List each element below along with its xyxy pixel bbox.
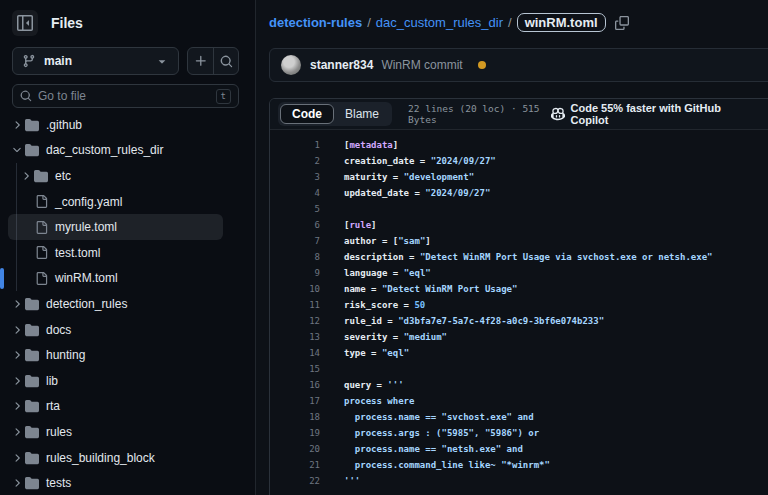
tree-item-_config.yaml[interactable]: _config.yaml — [8, 189, 223, 215]
tree-item-winRM.toml[interactable]: winRM.toml — [8, 266, 223, 292]
tree-item-label: dac_custom_rules_dir — [46, 143, 163, 157]
line-number[interactable]: 5 — [270, 201, 320, 217]
copy-path-button[interactable] — [615, 16, 629, 30]
line-content: author = ["sam"] — [320, 233, 431, 249]
branch-selector[interactable]: main — [12, 47, 179, 75]
line-number[interactable]: 2 — [270, 153, 320, 169]
code-line: 9language = "eql" — [270, 265, 768, 281]
file-content-panel: Code Blame 22 lines (20 loc) · 515 Bytes… — [269, 98, 768, 495]
line-number[interactable]: 11 — [270, 297, 320, 313]
file-icon — [33, 221, 49, 234]
tree-item-dac_custom_rules_dir[interactable]: dac_custom_rules_dir — [8, 138, 223, 164]
line-number[interactable]: 18 — [270, 409, 320, 425]
file-tree: .githubdac_custom_rules_diretc_config.ya… — [0, 112, 255, 495]
line-content: ''' — [320, 473, 360, 489]
folder-icon — [24, 118, 40, 132]
commit-status-pending-dot[interactable] — [478, 61, 486, 69]
line-number[interactable]: 17 — [270, 393, 320, 409]
tree-item-docs[interactable]: docs — [8, 317, 223, 343]
commit-author-link[interactable]: stanner834 — [310, 58, 373, 72]
tab-code[interactable]: Code — [280, 104, 334, 124]
search-icon — [20, 90, 32, 102]
sidebar-panel-icon — [17, 15, 33, 31]
breadcrumb-repo-link[interactable]: detection-rules — [269, 15, 362, 30]
line-number[interactable]: 22 — [270, 473, 320, 489]
line-content: rule_id = "d3bfa7e7-5a7c-4f28-a0c9-3bf6e… — [320, 313, 604, 329]
line-content: language = "eql" — [320, 265, 431, 281]
tab-blame[interactable]: Blame — [334, 104, 390, 124]
folder-icon — [24, 143, 40, 157]
new-file-button[interactable] — [188, 48, 213, 74]
folder-icon — [33, 169, 49, 183]
tree-item-.github[interactable]: .github — [8, 112, 223, 138]
line-number[interactable]: 9 — [270, 265, 320, 281]
breadcrumb-file-name: winRM.toml — [517, 13, 606, 32]
line-content — [320, 361, 344, 377]
folder-icon — [24, 476, 40, 490]
line-number[interactable]: 1 — [270, 137, 320, 153]
plus-icon — [194, 54, 208, 68]
line-number[interactable]: 3 — [270, 169, 320, 185]
line-number[interactable]: 20 — [270, 441, 320, 457]
line-number[interactable]: 15 — [270, 361, 320, 377]
search-tree-button[interactable] — [213, 48, 238, 74]
tree-item-etc[interactable]: etc — [8, 163, 223, 189]
code-line: 11risk_score = 50 — [270, 297, 768, 313]
copilot-banner[interactable]: Code 55% faster with GitHub Copilot — [551, 102, 733, 126]
tree-item-detection_rules[interactable]: detection_rules — [8, 291, 223, 317]
chevron-right-icon — [10, 477, 24, 489]
line-content: description = "Detect WinRM Port Usage v… — [320, 249, 712, 265]
code-line: 10name = "Detect WinRM Port Usage" — [270, 281, 768, 297]
tree-item-tests[interactable]: tests — [8, 470, 223, 495]
code-line: 14type = "eql" — [270, 345, 768, 361]
line-number[interactable]: 13 — [270, 329, 320, 345]
line-content: creation_date = "2024/09/27" — [320, 153, 496, 169]
line-content: risk_score = 50 — [320, 297, 425, 313]
tree-item-rta[interactable]: rta — [8, 394, 223, 420]
tree-item-myrule.toml[interactable]: myrule.toml — [8, 214, 223, 240]
tree-item-test.toml[interactable]: test.toml — [8, 240, 223, 266]
code-line: 8description = "Detect WinRM Port Usage … — [270, 249, 768, 265]
tree-item-label: rta — [46, 399, 60, 413]
line-content: process.name == "svchost.exe" and — [320, 409, 534, 425]
breadcrumb-dir-link[interactable]: dac_custom_rules_dir — [376, 15, 503, 30]
tree-item-rules[interactable]: rules — [8, 419, 223, 445]
line-number[interactable]: 6 — [270, 217, 320, 233]
chevron-right-icon — [10, 119, 24, 131]
line-number[interactable]: 10 — [270, 281, 320, 297]
tree-item-label: lib — [46, 374, 58, 388]
avatar[interactable] — [281, 55, 301, 75]
shortcut-key-badge: t — [216, 89, 231, 104]
tree-item-label: winRM.toml — [55, 271, 118, 285]
file-icon — [33, 246, 49, 259]
code-line: 16query = ''' — [270, 377, 768, 393]
chevron-right-icon — [10, 452, 24, 464]
line-number[interactable]: 12 — [270, 313, 320, 329]
code-line: 3maturity = "development" — [270, 169, 768, 185]
tree-item-lib[interactable]: lib — [8, 368, 223, 394]
code-content: 1[metadata]2creation_date = "2024/09/27"… — [270, 130, 768, 489]
line-number[interactable]: 14 — [270, 345, 320, 361]
collapse-sidebar-button[interactable] — [12, 10, 38, 36]
line-content: type = "eql" — [320, 345, 409, 361]
chevron-down-icon — [155, 54, 169, 68]
commit-message-link[interactable]: WinRM commit — [381, 58, 462, 72]
line-number[interactable]: 16 — [270, 377, 320, 393]
selected-file-indicator — [0, 268, 4, 290]
line-number[interactable]: 7 — [270, 233, 320, 249]
go-to-file-input[interactable] — [38, 89, 210, 103]
folder-icon — [24, 348, 40, 362]
tree-item-rules_building_block[interactable]: rules_building_block — [8, 445, 223, 471]
line-number[interactable]: 19 — [270, 425, 320, 441]
tree-item-hunting[interactable]: hunting — [8, 342, 223, 368]
line-number[interactable]: 4 — [270, 185, 320, 201]
tree-item-label: etc — [55, 169, 71, 183]
copy-icon — [615, 16, 629, 30]
line-content: severity = "medium" — [320, 329, 447, 345]
line-content: updated_date = "2024/09/27" — [320, 185, 490, 201]
line-content — [320, 201, 344, 217]
line-number[interactable]: 21 — [270, 457, 320, 473]
line-number[interactable]: 8 — [270, 249, 320, 265]
code-line: 22''' — [270, 473, 768, 489]
line-content: name = "Detect WinRM Port Usage" — [320, 281, 517, 297]
